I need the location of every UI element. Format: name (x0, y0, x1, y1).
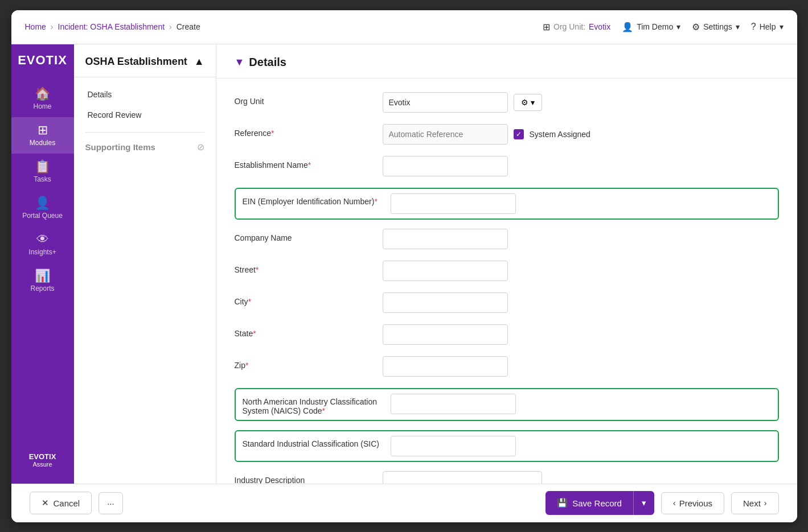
industry-description-input[interactable] (383, 471, 542, 484)
sidebar-item-tasks[interactable]: 📋 Tasks (11, 154, 74, 190)
sidebar: EVOTIX 🏠 Home ⊞ Modules 📋 Tasks 👤 Portal… (11, 44, 74, 484)
modules-icon: ⊞ (38, 124, 48, 137)
sic-input-area (391, 436, 771, 456)
panel-title-text: OSHA Establishment (85, 56, 187, 68)
reference-input[interactable] (383, 124, 508, 145)
home-icon: 🏠 (35, 88, 50, 100)
street-input[interactable] (383, 261, 508, 281)
system-assigned-checkbox[interactable]: ✓ (514, 129, 524, 139)
settings-menu[interactable]: ⚙ Settings ▾ (692, 22, 740, 32)
org-unit-icon: ⊞ (543, 22, 550, 32)
reference-row: Reference* ✓ System Assigned (235, 124, 779, 145)
sidebar-reports-label: Reports (30, 284, 54, 292)
establishment-name-input-area (383, 156, 779, 176)
save-record-label: Save Record (572, 498, 622, 508)
sidebar-tasks-label: Tasks (34, 175, 51, 183)
city-input[interactable] (383, 292, 508, 313)
user-menu[interactable]: 👤 Tim Demo ▾ (622, 22, 680, 32)
form-area: ▼ Details Org Unit ⚙ ▾ (216, 44, 797, 484)
more-options-button[interactable]: ··· (99, 492, 123, 514)
form-body: Org Unit ⚙ ▾ Reference* (216, 79, 797, 484)
reference-field-label: Reference* (235, 124, 383, 138)
company-name-label: Company Name (235, 229, 383, 242)
breadcrumb: Home › Incident: OSHA Establishment › Cr… (25, 22, 543, 31)
cancel-label: Cancel (54, 498, 80, 508)
state-row: State* (235, 324, 779, 345)
zip-row: Zip* (235, 356, 779, 377)
help-menu[interactable]: ? Help ▾ (751, 22, 784, 32)
next-button[interactable]: Next › (731, 492, 779, 514)
establishment-name-input[interactable] (383, 156, 508, 176)
sic-input[interactable] (391, 436, 516, 456)
gear-icon: ⚙ (521, 98, 528, 107)
form-section-header: ▼ Details (216, 44, 797, 79)
org-unit-settings-btn[interactable]: ⚙ ▾ (514, 94, 542, 111)
bottom-bar: ✕ Cancel ··· 💾 Save Record ▾ ‹ Previous … (11, 484, 797, 522)
org-unit-btn-chevron: ▾ (531, 98, 535, 107)
sic-row: Standard Industrial Classification (SIC) (235, 430, 779, 462)
settings-icon: ⚙ (692, 22, 700, 32)
zip-input[interactable] (383, 356, 508, 377)
zip-input-area (383, 356, 779, 377)
sidebar-item-home[interactable]: 🏠 Home (11, 81, 74, 117)
industry-description-input-area (383, 471, 779, 484)
left-panel: OSHA Establishment ▲ Details Record Revi… (74, 44, 216, 484)
ein-row: EIN (Employer Identification Number)* (235, 188, 779, 220)
naics-row: North American Industry Classification S… (235, 388, 779, 421)
establishment-name-row: Establishment Name* (235, 156, 779, 176)
org-unit-selector[interactable]: ⊞ Org Unit: Evotix (543, 22, 610, 32)
company-name-input-area (383, 229, 779, 249)
breadcrumb-home[interactable]: Home (25, 22, 46, 31)
city-label: City* (235, 292, 383, 306)
cancel-button[interactable]: ✕ Cancel (30, 492, 92, 514)
sidebar-insights-label: Insights+ (28, 248, 56, 256)
ein-input[interactable] (391, 193, 516, 214)
org-unit-value: Evotix (589, 22, 610, 31)
next-label: Next (743, 498, 761, 508)
sic-label: Standard Industrial Classification (SIC) (243, 436, 391, 448)
sidebar-item-portal-queue[interactable]: 👤 Portal Queue (11, 190, 74, 226)
sidebar-item-insights[interactable]: 👁 Insights+ (11, 226, 74, 263)
state-input[interactable] (383, 324, 508, 345)
reference-input-area: ✓ System Assigned (383, 124, 779, 145)
save-record-button[interactable]: 💾 Save Record ▾ (545, 491, 654, 515)
previous-button[interactable]: ‹ Previous (661, 492, 724, 514)
settings-chevron-icon: ▾ (736, 22, 740, 31)
user-chevron-icon: ▾ (676, 22, 680, 31)
breadcrumb-incident[interactable]: Incident: OSHA Establishment (58, 22, 165, 31)
help-chevron-icon: ▾ (780, 22, 784, 31)
content-area: OSHA Establishment ▲ Details Record Revi… (74, 44, 797, 484)
naics-input[interactable] (391, 394, 516, 414)
save-record-dropdown[interactable]: ▾ (633, 491, 654, 515)
company-name-input[interactable] (383, 229, 508, 249)
ein-label: EIN (Employer Identification Number)* (243, 193, 391, 206)
org-unit-field-label: Org Unit (235, 92, 383, 106)
nav-item-record-review[interactable]: Record Review (74, 105, 216, 125)
user-icon: 👤 (622, 22, 633, 32)
save-icon: 💾 (557, 498, 568, 508)
form-section-title: Details (249, 56, 286, 69)
nav-item-details[interactable]: Details (74, 84, 216, 105)
org-unit-input[interactable] (383, 92, 508, 113)
sidebar-item-reports[interactable]: 📊 Reports (11, 263, 74, 299)
supporting-items-icon: ⊘ (197, 142, 204, 152)
panel-title: OSHA Establishment ▲ (74, 56, 216, 77)
street-row: Street* (235, 261, 779, 281)
section-chevron-icon[interactable]: ▼ (235, 56, 245, 68)
panel-collapse-icon[interactable]: ▲ (194, 56, 204, 68)
street-input-area (383, 261, 779, 281)
city-row: City* (235, 292, 779, 313)
street-label: Street* (235, 261, 383, 274)
tasks-icon: 📋 (35, 160, 50, 173)
sidebar-logo: EVOTIX (18, 53, 67, 67)
state-label: State* (235, 324, 383, 338)
sidebar-item-modules[interactable]: ⊞ Modules (11, 117, 74, 154)
save-record-main: 💾 Save Record (545, 491, 633, 515)
city-input-area (383, 292, 779, 313)
previous-label: Previous (679, 498, 712, 508)
naics-label: North American Industry Classification S… (243, 394, 391, 415)
user-name: Tim Demo (637, 22, 673, 31)
sidebar-modules-label: Modules (30, 139, 55, 147)
more-label: ··· (107, 498, 114, 508)
top-bar: Home › Incident: OSHA Establishment › Cr… (11, 10, 797, 44)
